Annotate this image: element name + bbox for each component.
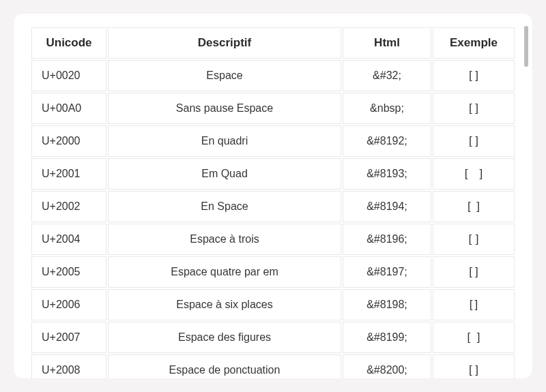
scrollbar-thumb[interactable]	[524, 26, 528, 67]
cell-example: [ ]	[433, 322, 515, 353]
cell-description: Em Quad	[108, 158, 341, 190]
cell-example: [ ]	[433, 289, 515, 320]
table-row: U+2002 En Space &#8194; [ ]	[31, 191, 515, 222]
cell-example: [ ]	[433, 191, 515, 222]
table-row: U+0020 Espace &#32; [ ]	[31, 60, 515, 91]
cell-description: Espace à six places	[108, 289, 341, 320]
cell-description: Espace de ponctuation	[108, 355, 341, 378]
table-row: U+2000 En quadri &#8192; [ ]	[31, 125, 515, 157]
table-row: U+2001 Em Quad &#8193; [ ]	[31, 158, 515, 190]
table-row: U+2005 Espace quatre par em &#8197; [ ]	[31, 256, 515, 288]
table-row: U+2004 Espace à trois &#8196; [ ]	[31, 224, 515, 255]
cell-example: [ ]	[433, 125, 515, 157]
cell-html: &#8192;	[343, 125, 431, 157]
cell-unicode: U+2006	[31, 289, 106, 320]
cell-description: Espace à trois	[108, 224, 341, 255]
table-row: U+2006 Espace à six places &#8198; [ ]	[31, 289, 515, 320]
cell-html: &#8193;	[343, 158, 431, 190]
unicode-spaces-table: Unicode Descriptif Html Exemple U+0020 E…	[30, 26, 516, 378]
cell-description: En quadri	[108, 125, 341, 157]
table-card: Unicode Descriptif Html Exemple U+0020 E…	[14, 14, 532, 378]
cell-description: Espace des figures	[108, 322, 341, 353]
cell-description: Espace	[108, 60, 341, 91]
header-unicode: Unicode	[31, 27, 106, 59]
cell-html: &nbsp;	[343, 93, 431, 124]
cell-html: &#8200;	[343, 355, 431, 378]
cell-html: &#8198;	[343, 289, 431, 320]
table-row: U+00A0 Sans pause Espace &nbsp; [ ]	[31, 93, 515, 124]
table-row: U+2007 Espace des figures &#8199; [ ]	[31, 322, 515, 353]
cell-unicode: U+2002	[31, 191, 106, 222]
cell-example: [ ]	[433, 224, 515, 255]
cell-example: [ ]	[433, 158, 515, 190]
cell-unicode: U+2001	[31, 158, 106, 190]
cell-unicode: U+0020	[31, 60, 106, 91]
table-row: U+2008 Espace de ponctuation &#8200; [ ]	[31, 355, 515, 378]
cell-description: Espace quatre par em	[108, 256, 341, 288]
cell-unicode: U+2000	[31, 125, 106, 157]
cell-html: &#8194;	[343, 191, 431, 222]
cell-unicode: U+2004	[31, 224, 106, 255]
cell-description: En Space	[108, 191, 341, 222]
cell-unicode: U+00A0	[31, 93, 106, 124]
cell-html: &#8197;	[343, 256, 431, 288]
table-body: U+0020 Espace &#32; [ ] U+00A0 Sans paus…	[31, 60, 515, 378]
cell-example: [ ]	[433, 256, 515, 288]
cell-html: &#32;	[343, 60, 431, 91]
cell-description: Sans pause Espace	[108, 93, 341, 124]
cell-html: &#8199;	[343, 322, 431, 353]
header-html: Html	[343, 27, 431, 59]
header-example: Exemple	[433, 27, 515, 59]
cell-html: &#8196;	[343, 224, 431, 255]
table-header-row: Unicode Descriptif Html Exemple	[31, 27, 515, 59]
header-description: Descriptif	[108, 27, 341, 59]
cell-example: [ ]	[433, 60, 515, 91]
cell-unicode: U+2007	[31, 322, 106, 353]
cell-unicode: U+2005	[31, 256, 106, 288]
cell-example: [ ]	[433, 355, 515, 378]
cell-unicode: U+2008	[31, 355, 106, 378]
cell-example: [ ]	[433, 93, 515, 124]
